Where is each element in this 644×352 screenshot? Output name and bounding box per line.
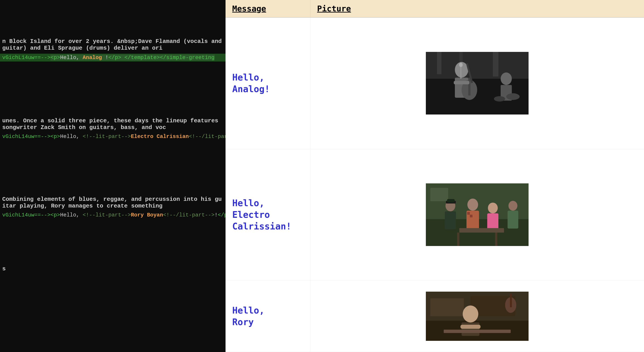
prose-text-2: unes. Once a solid three piece, these da… [0, 115, 226, 131]
svg-rect-49 [460, 325, 480, 329]
message-cell-2: Hello,ElectroCalrissian! [226, 149, 310, 280]
photo-3 [426, 292, 528, 341]
svg-rect-50 [444, 330, 511, 333]
table-header: Message Picture [226, 0, 644, 18]
picture-cell-2 [310, 149, 644, 280]
svg-rect-31 [467, 215, 470, 217]
svg-rect-37 [459, 228, 504, 233]
svg-point-12 [501, 72, 512, 85]
message-column-header: Message [226, 0, 310, 17]
svg-point-15 [494, 96, 505, 102]
svg-rect-29 [467, 212, 470, 215]
svg-rect-30 [470, 212, 472, 215]
svg-rect-48 [462, 322, 480, 336]
right-panel: Message Picture Hello,Analog! [226, 0, 644, 352]
svg-rect-36 [508, 211, 518, 229]
photo-1 [426, 52, 528, 114]
table-row: Hello,Rory [226, 280, 644, 352]
svg-point-35 [508, 201, 518, 211]
svg-point-17 [459, 63, 463, 67]
prose-text-1: n Block Island for over 2 years. &nbsp;D… [0, 36, 226, 51]
table-body: Hello,Analog! [226, 18, 644, 352]
picture-cell-3 [310, 280, 644, 352]
svg-rect-46 [510, 294, 512, 307]
code-line-3: vGichL14uw==--><p>Hello, <!--lit-part-->… [0, 212, 226, 219]
message-text-3: Hello,Rory [232, 305, 264, 328]
svg-rect-3 [437, 52, 442, 74]
svg-point-33 [488, 203, 498, 213]
svg-point-27 [467, 199, 478, 211]
svg-rect-5 [493, 52, 498, 76]
picture-column-header: Picture [310, 0, 644, 17]
svg-rect-39 [495, 233, 497, 246]
prose-text-3: Combining elements of blues, reggae, and… [0, 194, 226, 209]
picture-cell-1 [310, 18, 644, 149]
table-row: Hello,Analog! [226, 18, 644, 149]
svg-point-14 [506, 93, 520, 100]
svg-rect-24 [445, 211, 456, 229]
svg-rect-38 [457, 233, 459, 246]
svg-point-47 [463, 305, 478, 322]
message-text-1: Hello,Analog! [232, 72, 270, 95]
svg-rect-11 [454, 81, 470, 84]
message-text-2: Hello,ElectroCalrissian! [232, 197, 292, 232]
photo-2 [426, 183, 528, 246]
prose-text-4: s [0, 263, 226, 272]
svg-rect-9 [468, 78, 470, 95]
code-editor-panel: n Block Island for over 2 years. &nbsp;D… [0, 0, 226, 352]
code-line-2: vGichL14uw==--><p>Hello, <!--lit-part-->… [0, 133, 226, 140]
svg-rect-32 [470, 215, 472, 217]
svg-rect-43 [430, 298, 464, 316]
svg-rect-21 [430, 188, 448, 201]
message-cell-1: Hello,Analog! [226, 18, 310, 149]
table-row: Hello,ElectroCalrissian! [226, 149, 644, 281]
message-cell-3: Hello,Rory [226, 280, 310, 352]
svg-rect-26 [447, 199, 455, 202]
code-line-1-highlighted: vGichL14uw==--><p>Hello, Analog !</p> </… [0, 54, 226, 62]
svg-rect-16 [460, 65, 461, 79]
